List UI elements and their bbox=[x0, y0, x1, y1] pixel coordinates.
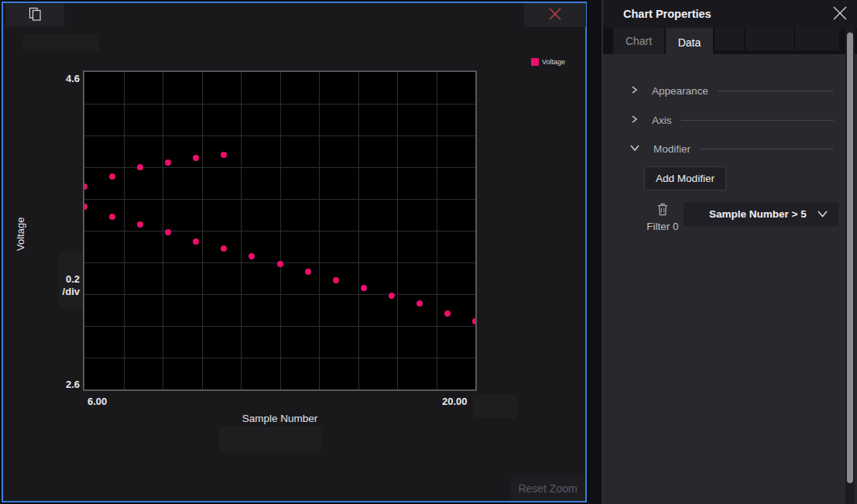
tab-data[interactable]: Data bbox=[666, 28, 713, 57]
data-point bbox=[109, 214, 115, 220]
section-label: Appearance bbox=[652, 85, 708, 97]
data-point bbox=[109, 173, 115, 180]
data-point bbox=[472, 318, 477, 324]
gridline bbox=[84, 135, 475, 136]
x-axis-title: Sample Number bbox=[83, 413, 477, 424]
panel-scrollbar[interactable] bbox=[845, 28, 855, 504]
tab-placeholder bbox=[746, 28, 794, 50]
data-point bbox=[83, 204, 87, 210]
data-point bbox=[137, 221, 143, 228]
data-point bbox=[249, 253, 255, 259]
section-divider bbox=[681, 120, 834, 121]
y-axis-min-label: 2.6 bbox=[46, 379, 80, 391]
panel-close-button[interactable] bbox=[831, 5, 849, 23]
legend: Voltage bbox=[531, 58, 565, 66]
legend-label: Voltage bbox=[542, 58, 565, 66]
data-point bbox=[193, 155, 199, 161]
data-point bbox=[333, 277, 339, 283]
data-point bbox=[417, 300, 423, 307]
tab-row: Chart Data bbox=[603, 28, 857, 54]
data-point bbox=[305, 269, 311, 275]
data-point bbox=[165, 229, 171, 235]
gridline bbox=[84, 326, 475, 327]
gridline bbox=[84, 358, 475, 358]
y-axis-title: Voltage bbox=[5, 197, 36, 271]
tab-placeholder bbox=[795, 28, 839, 50]
tab-placeholder bbox=[715, 28, 744, 50]
data-point bbox=[137, 164, 143, 170]
data-point bbox=[221, 152, 227, 158]
filter-dropdown[interactable]: Sample Number > 5 bbox=[684, 202, 838, 226]
screen: Voltage Voltage 4.6 0.2 /div 2.6 6.00 20… bbox=[0, 0, 857, 504]
y-axis-per-div-label: 0.2 /div bbox=[39, 273, 80, 298]
gridline bbox=[84, 294, 475, 295]
per-div-unit: /div bbox=[39, 286, 80, 298]
section-divider bbox=[718, 91, 834, 91]
ghost-toolbar-slot bbox=[23, 34, 99, 51]
chart-window: Voltage Voltage 4.6 0.2 /div 2.6 6.00 20… bbox=[2, 2, 587, 502]
gridline bbox=[84, 199, 475, 200]
tab-chart[interactable]: Chart bbox=[613, 28, 664, 54]
section-label: Axis bbox=[652, 115, 672, 126]
filter-label: Filter 0 bbox=[639, 221, 686, 232]
data-point bbox=[221, 245, 227, 252]
close-icon bbox=[831, 5, 848, 24]
add-modifier-button[interactable]: Add Modifier bbox=[644, 166, 726, 190]
plot-area[interactable] bbox=[83, 70, 477, 391]
filter-dropdown-value: Sample Number > 5 bbox=[709, 208, 807, 220]
gridline bbox=[84, 104, 475, 105]
ghost-bottom-right-slot bbox=[473, 395, 517, 419]
panel-header: Chart Properties bbox=[603, 0, 857, 28]
chevron-right-icon bbox=[629, 113, 639, 127]
data-point bbox=[277, 261, 283, 267]
section-modifier[interactable]: Modifier bbox=[629, 139, 834, 158]
data-point bbox=[165, 159, 171, 166]
x-axis-max-label: 20.00 bbox=[442, 396, 468, 408]
y-axis-max-label: 4.6 bbox=[46, 73, 80, 85]
data-point bbox=[83, 183, 87, 190]
section-appearance[interactable]: Appearance bbox=[629, 81, 834, 100]
section-divider bbox=[700, 149, 834, 149]
scrollbar-thumb[interactable] bbox=[847, 33, 853, 483]
trash-icon bbox=[657, 203, 668, 218]
ghost-bottom-center-slot bbox=[219, 427, 321, 452]
chevron-down-icon bbox=[816, 208, 829, 221]
chevron-down-icon bbox=[629, 142, 640, 156]
delete-filter-button[interactable] bbox=[654, 202, 671, 218]
chart-close-button[interactable] bbox=[524, 3, 586, 27]
gridline bbox=[84, 231, 475, 231]
panel-title: Chart Properties bbox=[623, 8, 711, 20]
copy-icon bbox=[29, 7, 42, 24]
chevron-right-icon bbox=[629, 84, 639, 98]
legend-swatch bbox=[531, 58, 539, 66]
data-point bbox=[389, 293, 395, 299]
section-axis[interactable]: Axis bbox=[629, 111, 834, 129]
data-point bbox=[444, 310, 451, 317]
reset-zoom-button[interactable]: Reset Zoom bbox=[510, 476, 585, 500]
data-point bbox=[193, 238, 199, 245]
per-div-value: 0.2 bbox=[39, 273, 80, 286]
chart-properties-panel: Chart Properties Chart Data Appearance bbox=[603, 0, 857, 504]
data-point bbox=[361, 285, 367, 291]
close-icon bbox=[548, 7, 562, 23]
copy-chart-button[interactable] bbox=[6, 4, 64, 26]
section-label: Modifier bbox=[653, 143, 691, 155]
x-axis-min-label: 6.00 bbox=[87, 396, 107, 408]
